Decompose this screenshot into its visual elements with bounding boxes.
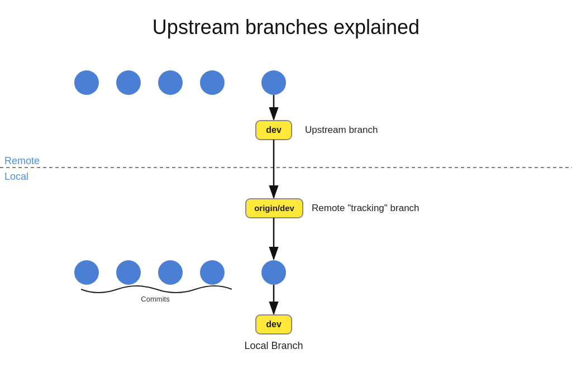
page-container: Upstream branches explained dev Upstream…: [0, 0, 572, 392]
local-dot-3: [158, 260, 183, 285]
commits-text: Commits: [141, 295, 170, 303]
diagram: dev Upstream branch origin/dev Remote "t…: [0, 0, 572, 392]
origin-dev-box-label: origin/dev: [254, 203, 294, 213]
dev-remote-box-label: dev: [266, 125, 282, 135]
tracking-branch-label: Remote "tracking" branch: [312, 203, 420, 213]
dev-local-box-label: dev: [266, 319, 282, 329]
commits-squiggle: [81, 286, 232, 293]
remote-dot-5: [261, 70, 286, 95]
remote-dot-2: [116, 70, 141, 95]
remote-dot-3: [158, 70, 183, 95]
local-dot-5: [261, 260, 286, 285]
remote-label: Remote: [4, 155, 40, 167]
local-branch-label: Local Branch: [244, 340, 303, 351]
local-dot-2: [116, 260, 141, 285]
remote-dot-1: [74, 70, 99, 95]
upstream-branch-label: Upstream branch: [305, 125, 378, 135]
local-dot-4: [200, 260, 225, 285]
local-label: Local: [4, 171, 28, 183]
local-dot-1: [74, 260, 99, 285]
remote-dot-4: [200, 70, 225, 95]
